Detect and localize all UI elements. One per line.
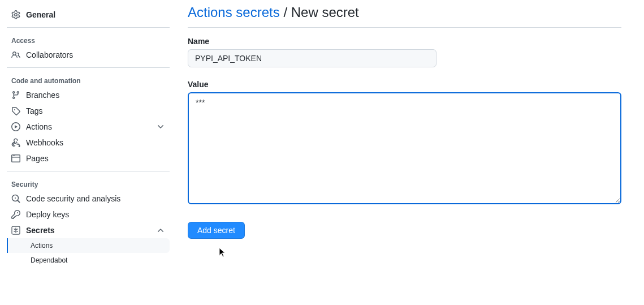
divider <box>7 27 170 28</box>
chevron-up-icon <box>156 226 165 235</box>
play-circle-icon <box>11 122 20 131</box>
sidebar-label: Secrets <box>26 226 156 235</box>
sidebar-item-collaborators[interactable]: Collaborators <box>7 47 170 63</box>
value-label: Value <box>188 80 621 89</box>
chevron-down-icon <box>156 122 165 131</box>
webhook-icon <box>11 138 20 147</box>
sidebar-label: General <box>26 10 165 19</box>
secret-value-textarea[interactable] <box>188 92 621 204</box>
svg-point-2 <box>15 197 16 199</box>
sidebar-label: Tags <box>26 106 165 115</box>
sidebar-heading-access: Access <box>7 32 170 47</box>
sidebar-item-branches[interactable]: Branches <box>7 87 170 103</box>
sidebar-heading-code: Code and automation <box>7 72 170 87</box>
sidebar-item-code-security[interactable]: Code security and analysis <box>7 191 170 207</box>
key-icon <box>11 210 20 219</box>
secrets-subnav: Actions Dependabot <box>7 238 170 268</box>
breadcrumb-current: New secret <box>291 5 359 20</box>
sidebar-item-tags[interactable]: Tags <box>7 103 170 119</box>
sidebar-label: Webhooks <box>26 138 165 147</box>
sidebar-label: Actions <box>26 122 156 131</box>
svg-line-1 <box>18 200 20 203</box>
divider <box>7 67 170 68</box>
settings-sidebar: General Access Collaborators Code and au… <box>0 0 170 305</box>
gear-icon <box>11 10 20 19</box>
sidebar-label: Branches <box>26 91 165 100</box>
sidebar-item-pages[interactable]: Pages <box>7 151 170 166</box>
sidebar-heading-security: Security <box>7 176 170 191</box>
asterisk-icon <box>11 226 20 235</box>
sidebar-label: Collaborators <box>26 50 165 59</box>
sidebar-label: Code security and analysis <box>26 194 165 203</box>
tag-icon <box>11 106 20 115</box>
sidebar-item-webhooks[interactable]: Webhooks <box>7 135 170 151</box>
sidebar-item-general[interactable]: General <box>7 7 170 23</box>
git-branch-icon <box>11 91 20 100</box>
subnav-item-dependabot[interactable]: Dependabot <box>7 253 170 268</box>
sidebar-label: Deploy keys <box>26 210 165 219</box>
breadcrumb-link[interactable]: Actions secrets <box>188 5 280 20</box>
subnav-item-actions[interactable]: Actions <box>7 238 170 253</box>
breadcrumb-separator: / <box>283 5 287 20</box>
page-header: Actions secrets / New secret <box>188 5 621 28</box>
name-label: Name <box>188 37 621 46</box>
secret-name-input[interactable] <box>188 49 436 67</box>
people-icon <box>11 50 20 59</box>
divider <box>7 171 170 171</box>
subnav-label: Dependabot <box>31 256 67 264</box>
browser-icon <box>11 154 20 163</box>
sidebar-item-secrets[interactable]: Secrets <box>7 222 170 238</box>
subnav-label: Actions <box>31 242 53 250</box>
main-content: Actions secrets / New secret Name Value … <box>170 0 644 305</box>
add-secret-button[interactable]: Add secret <box>188 222 245 239</box>
sidebar-item-actions[interactable]: Actions <box>7 119 170 135</box>
sidebar-item-deploy-keys[interactable]: Deploy keys <box>7 207 170 222</box>
page-title: Actions secrets / New secret <box>188 5 621 20</box>
sidebar-label: Pages <box>26 154 165 163</box>
codescan-icon <box>11 194 20 203</box>
